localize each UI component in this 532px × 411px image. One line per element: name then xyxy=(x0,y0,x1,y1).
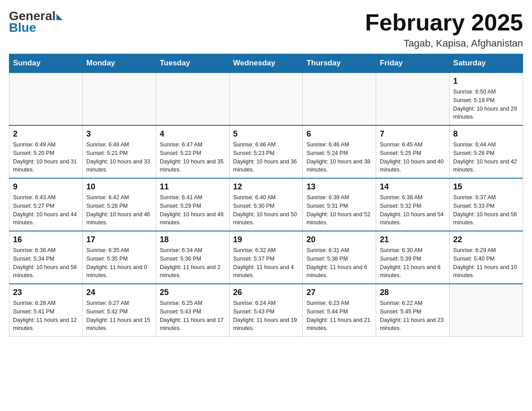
calendar-cell: 20Sunrise: 6:31 AMSunset: 5:38 PMDayligh… xyxy=(303,231,376,284)
day-info: Sunrise: 6:44 AMSunset: 5:26 PMDaylight:… xyxy=(453,141,519,174)
calendar-cell: 3Sunrise: 6:48 AMSunset: 5:21 PMDaylight… xyxy=(82,125,156,178)
calendar-cell: 6Sunrise: 6:46 AMSunset: 5:24 PMDaylight… xyxy=(303,125,376,178)
day-number: 8 xyxy=(453,129,519,139)
col-friday: Friday xyxy=(376,54,450,73)
day-number: 15 xyxy=(453,182,519,192)
day-number: 19 xyxy=(233,235,299,244)
day-number: 22 xyxy=(453,235,519,244)
day-number: 1 xyxy=(453,77,519,86)
calendar-cell: 23Sunrise: 6:28 AMSunset: 5:41 PMDayligh… xyxy=(9,284,83,337)
day-number: 16 xyxy=(13,235,79,244)
calendar-cell xyxy=(229,73,303,125)
title-block: February 2025 Tagab, Kapisa, Afghanistan xyxy=(365,9,523,49)
day-number: 25 xyxy=(160,288,226,297)
calendar-cell: 11Sunrise: 6:41 AMSunset: 5:29 PMDayligh… xyxy=(156,178,229,231)
page-header: General Blue February 2025 Tagab, Kapisa… xyxy=(9,9,523,49)
location-title: Tagab, Kapisa, Afghanistan xyxy=(365,38,523,49)
day-number: 12 xyxy=(233,182,299,192)
day-number: 13 xyxy=(306,182,372,192)
calendar-cell: 12Sunrise: 6:40 AMSunset: 5:30 PMDayligh… xyxy=(229,178,303,231)
day-number: 2 xyxy=(13,129,79,139)
day-info: Sunrise: 6:48 AMSunset: 5:21 PMDaylight:… xyxy=(86,141,152,174)
day-info: Sunrise: 6:37 AMSunset: 5:33 PMDaylight:… xyxy=(453,193,519,227)
logo-arrow-icon xyxy=(56,14,63,20)
calendar-cell: 13Sunrise: 6:39 AMSunset: 5:31 PMDayligh… xyxy=(303,178,376,231)
day-info: Sunrise: 6:45 AMSunset: 5:25 PMDaylight:… xyxy=(380,141,446,174)
day-number: 11 xyxy=(160,182,226,192)
calendar-cell xyxy=(376,73,450,125)
col-thursday: Thursday xyxy=(303,54,376,73)
day-number: 3 xyxy=(86,129,152,139)
day-info: Sunrise: 6:25 AMSunset: 5:43 PMDaylight:… xyxy=(160,299,226,333)
calendar-cell xyxy=(303,73,376,125)
day-number: 23 xyxy=(13,288,79,297)
day-info: Sunrise: 6:28 AMSunset: 5:41 PMDaylight:… xyxy=(13,299,79,333)
calendar-cell: 19Sunrise: 6:32 AMSunset: 5:37 PMDayligh… xyxy=(229,231,303,284)
col-monday: Monday xyxy=(82,54,156,73)
calendar-week-5: 23Sunrise: 6:28 AMSunset: 5:41 PMDayligh… xyxy=(9,284,523,337)
day-number: 17 xyxy=(86,235,152,244)
logo: General Blue xyxy=(9,9,63,35)
calendar-cell: 24Sunrise: 6:27 AMSunset: 5:42 PMDayligh… xyxy=(82,284,156,337)
day-info: Sunrise: 6:49 AMSunset: 5:20 PMDaylight:… xyxy=(13,141,79,174)
day-number: 9 xyxy=(13,182,79,192)
day-number: 7 xyxy=(380,129,446,139)
calendar-cell xyxy=(82,73,156,125)
calendar-cell: 26Sunrise: 6:24 AMSunset: 5:43 PMDayligh… xyxy=(229,284,303,337)
day-number: 28 xyxy=(380,288,446,297)
day-info: Sunrise: 6:32 AMSunset: 5:37 PMDaylight:… xyxy=(233,246,299,280)
day-number: 6 xyxy=(306,129,372,139)
day-info: Sunrise: 6:41 AMSunset: 5:29 PMDaylight:… xyxy=(160,193,226,227)
day-number: 4 xyxy=(160,129,226,139)
day-info: Sunrise: 6:30 AMSunset: 5:39 PMDaylight:… xyxy=(380,246,446,280)
col-sunday: Sunday xyxy=(9,54,83,73)
calendar-cell xyxy=(156,73,229,125)
calendar-week-2: 2Sunrise: 6:49 AMSunset: 5:20 PMDaylight… xyxy=(9,125,523,178)
calendar-cell: 2Sunrise: 6:49 AMSunset: 5:20 PMDaylight… xyxy=(9,125,83,178)
calendar-cell xyxy=(450,284,523,337)
day-info: Sunrise: 6:36 AMSunset: 5:34 PMDaylight:… xyxy=(13,246,79,280)
day-number: 14 xyxy=(380,182,446,192)
calendar-header-row: Sunday Monday Tuesday Wednesday Thursday… xyxy=(9,54,523,73)
col-wednesday: Wednesday xyxy=(229,54,303,73)
day-number: 18 xyxy=(160,235,226,244)
day-info: Sunrise: 6:40 AMSunset: 5:30 PMDaylight:… xyxy=(233,193,299,227)
logo-blue-text: Blue xyxy=(9,21,36,35)
col-saturday: Saturday xyxy=(450,54,523,73)
calendar-cell: 28Sunrise: 6:22 AMSunset: 5:45 PMDayligh… xyxy=(376,284,450,337)
day-number: 27 xyxy=(306,288,372,297)
calendar-week-3: 9Sunrise: 6:43 AMSunset: 5:27 PMDaylight… xyxy=(9,178,523,231)
calendar-cell: 14Sunrise: 6:38 AMSunset: 5:32 PMDayligh… xyxy=(376,178,450,231)
calendar-cell: 9Sunrise: 6:43 AMSunset: 5:27 PMDaylight… xyxy=(9,178,83,231)
calendar-cell: 8Sunrise: 6:44 AMSunset: 5:26 PMDaylight… xyxy=(450,125,523,178)
day-info: Sunrise: 6:43 AMSunset: 5:27 PMDaylight:… xyxy=(13,193,79,227)
calendar-cell: 5Sunrise: 6:46 AMSunset: 5:23 PMDaylight… xyxy=(229,125,303,178)
calendar-cell: 17Sunrise: 6:35 AMSunset: 5:35 PMDayligh… xyxy=(82,231,156,284)
day-number: 21 xyxy=(380,235,446,244)
calendar-cell: 1Sunrise: 6:50 AMSunset: 5:19 PMDaylight… xyxy=(450,73,523,125)
calendar-week-4: 16Sunrise: 6:36 AMSunset: 5:34 PMDayligh… xyxy=(9,231,523,284)
day-info: Sunrise: 6:34 AMSunset: 5:36 PMDaylight:… xyxy=(160,246,226,280)
day-info: Sunrise: 6:38 AMSunset: 5:32 PMDaylight:… xyxy=(380,193,446,227)
day-info: Sunrise: 6:22 AMSunset: 5:45 PMDaylight:… xyxy=(380,299,446,333)
day-info: Sunrise: 6:31 AMSunset: 5:38 PMDaylight:… xyxy=(306,246,372,280)
day-number: 5 xyxy=(233,129,299,139)
day-info: Sunrise: 6:50 AMSunset: 5:19 PMDaylight:… xyxy=(453,88,519,121)
calendar-cell: 18Sunrise: 6:34 AMSunset: 5:36 PMDayligh… xyxy=(156,231,229,284)
day-info: Sunrise: 6:46 AMSunset: 5:23 PMDaylight:… xyxy=(233,141,299,174)
day-info: Sunrise: 6:47 AMSunset: 5:22 PMDaylight:… xyxy=(160,141,226,174)
calendar-cell: 25Sunrise: 6:25 AMSunset: 5:43 PMDayligh… xyxy=(156,284,229,337)
day-info: Sunrise: 6:23 AMSunset: 5:44 PMDaylight:… xyxy=(306,299,372,333)
day-number: 26 xyxy=(233,288,299,297)
day-info: Sunrise: 6:42 AMSunset: 5:28 PMDaylight:… xyxy=(86,193,152,227)
calendar-week-1: 1Sunrise: 6:50 AMSunset: 5:19 PMDaylight… xyxy=(9,73,523,125)
day-info: Sunrise: 6:29 AMSunset: 5:40 PMDaylight:… xyxy=(453,246,519,280)
calendar-cell: 15Sunrise: 6:37 AMSunset: 5:33 PMDayligh… xyxy=(450,178,523,231)
day-number: 24 xyxy=(86,288,152,297)
col-tuesday: Tuesday xyxy=(156,54,229,73)
calendar-cell xyxy=(9,73,83,125)
calendar-cell: 4Sunrise: 6:47 AMSunset: 5:22 PMDaylight… xyxy=(156,125,229,178)
calendar-cell: 16Sunrise: 6:36 AMSunset: 5:34 PMDayligh… xyxy=(9,231,83,284)
calendar-table: Sunday Monday Tuesday Wednesday Thursday… xyxy=(9,54,523,337)
day-number: 20 xyxy=(306,235,372,244)
